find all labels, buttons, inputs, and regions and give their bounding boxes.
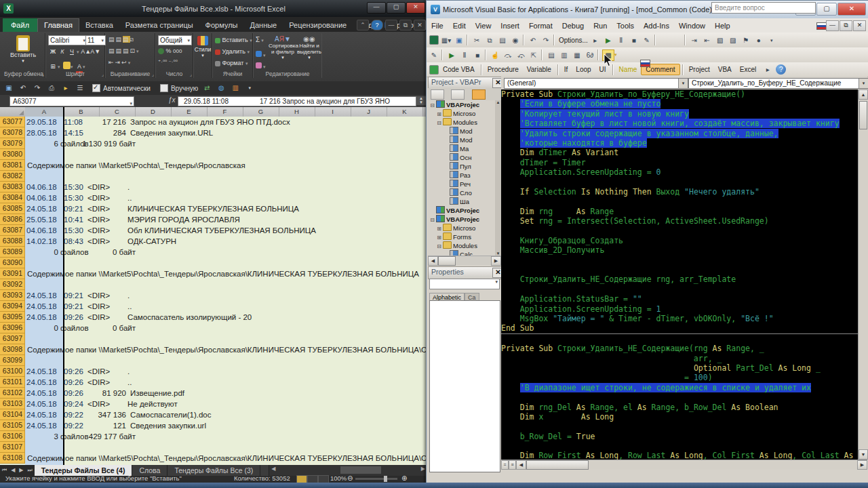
tree-item-VBAProjec[interactable]: VBAProjec (428, 206, 501, 215)
menu-file[interactable]: File (427, 20, 448, 31)
tree-item-VBAProjec[interactable]: ⊟VBAProjec (428, 100, 501, 109)
cell[interactable]: 63098 (0, 344, 25, 355)
cell[interactable]: 24.05.18 (26, 399, 57, 409)
options-button[interactable]: Options... (559, 37, 588, 44)
close-button[interactable]: ✕ (837, 3, 866, 16)
child-minimize-icon[interactable]: — (826, 20, 839, 31)
tree-item-Ша[interactable]: Ша (428, 197, 501, 206)
ribbon-tab-Формулы[interactable]: Формулы (199, 19, 244, 32)
run-to-cursor-icon[interactable]: ⇱ (528, 50, 539, 60)
help-icon[interactable]: ? (371, 20, 383, 30)
tree-item-Modules[interactable]: ⊟Modules (428, 118, 501, 127)
cell[interactable]: 63099 (0, 355, 25, 366)
codevba-vba[interactable]: VBA (714, 64, 736, 75)
maximize-button[interactable]: ▢ (387, 2, 406, 14)
vscroll-thumb[interactable] (859, 101, 867, 129)
cell[interactable]: Самоспасатель изолирующий - 20 (127, 312, 252, 323)
font-name-select[interactable]: Calibri▾ (48, 35, 87, 45)
cell[interactable]: <DIR> (87, 290, 110, 301)
merge-icon[interactable]: ⊡ (130, 47, 137, 54)
split-handle[interactable]: = (501, 460, 509, 470)
align-center-icon[interactable]: ▤ (116, 47, 123, 54)
tree-item-Пул[interactable]: Пул (428, 162, 501, 171)
styles-button[interactable]: Стили▾ (194, 35, 212, 58)
cell[interactable]: 63078 (0, 127, 25, 138)
find-select-button[interactable]: ◉◉ Найти и выделить▾ (297, 35, 321, 60)
bold-button[interactable]: Ж (48, 47, 58, 56)
menu-debug[interactable]: Debug (557, 20, 589, 31)
cell[interactable]: 24.05.18 (26, 377, 57, 388)
globe-icon[interactable]: ◍ (216, 83, 226, 93)
column-header-H[interactable]: H (279, 107, 315, 117)
reset-icon[interactable]: ■ (629, 35, 639, 45)
find-icon[interactable]: ◉ (510, 35, 521, 45)
cell[interactable]: 63084 (0, 192, 25, 203)
fx-icon[interactable]: ƒx (168, 96, 176, 104)
cell[interactable]: 25.05.18 (26, 214, 57, 225)
tree-item-Реч[interactable]: Реч (428, 180, 501, 188)
watch-window-icon[interactable]: ▦ (572, 50, 583, 60)
immediate-window-icon[interactable]: ▥ (559, 50, 570, 60)
dialog-launcher-icon[interactable]: ⌟ (102, 72, 104, 77)
view-code-button[interactable] (431, 89, 444, 100)
cell[interactable]: 429 177 байт (64, 431, 136, 442)
codevba-project[interactable]: Project (685, 64, 714, 75)
toolbar-more-icon[interactable]: ▾ (766, 35, 777, 45)
object-dropdown[interactable]: (General)▾ (504, 78, 688, 89)
codevba-excel[interactable]: Excel (736, 64, 760, 75)
cell[interactable]: . (127, 366, 130, 377)
dialog-launcher-icon[interactable]: ⌟ (152, 72, 154, 77)
cell[interactable]: <DIR> (87, 312, 110, 323)
cell[interactable]: Сведения закупки.url (130, 420, 206, 431)
cell[interactable]: . (127, 182, 130, 192)
cell[interactable]: 63104 (0, 409, 25, 420)
cell[interactable]: 28.05.18 (26, 127, 57, 138)
bookmark-icon[interactable]: ⚑ (741, 35, 751, 45)
cell[interactable]: 24.05.18 (26, 290, 57, 301)
cell[interactable]: Запрос на аукцион для ГБУЗ ЯНО ПТД.docx (130, 117, 290, 127)
cell[interactable]: 24.05.18 (26, 301, 57, 312)
decrease-decimal-icon[interactable]: ⁻·⁰⁰ (169, 59, 178, 65)
zoom-in-button[interactable]: ⊕ (401, 474, 407, 482)
scroll-right-icon[interactable]: ▶ (857, 460, 867, 470)
list-icon[interactable]: ☰ (75, 83, 85, 93)
cell[interactable]: 63087 (0, 225, 25, 236)
close-button[interactable]: ✕ (406, 2, 425, 14)
cell[interactable]: 24.05.18 (26, 420, 57, 431)
scroll-up-icon[interactable]: ▲ (859, 89, 868, 100)
zoom-slider[interactable] (355, 478, 397, 480)
cell[interactable]: 63082 (0, 171, 25, 182)
dialog-launcher-icon[interactable]: ⌟ (190, 72, 192, 77)
shrink-font-button[interactable]: А▼ (90, 47, 100, 56)
zoom-out-button[interactable]: ⊖ (347, 474, 353, 482)
cell[interactable]: 24.05.18 (26, 366, 57, 377)
cell[interactable]: <DIR> (87, 301, 110, 312)
workbook-restore-icon[interactable]: ⧉ (399, 20, 412, 30)
cell[interactable]: 15:30 (64, 225, 83, 236)
comment-block-icon[interactable]: ▧ (715, 35, 726, 45)
fill-button[interactable]: ▾ (256, 47, 265, 60)
menu-insert[interactable]: Insert (496, 20, 524, 31)
scroll-right-icon[interactable]: ▶ (421, 466, 425, 472)
cell[interactable]: 0 байт (64, 323, 136, 333)
step-out-icon[interactable]: ⤽ (515, 50, 526, 60)
autosum-button[interactable]: Σ ▾ (256, 36, 264, 43)
scroll-left-icon[interactable]: ◀ (516, 460, 526, 470)
redo-icon[interactable]: ↷ (32, 83, 43, 93)
cell[interactable]: 63095 (0, 312, 25, 323)
column-header-J[interactable]: J (351, 107, 387, 117)
cell[interactable]: МЭРИЯ ГОРОДА ЯРОСЛАВЛЯ (127, 214, 240, 225)
increase-decimal-icon[interactable]: ⁺·⁰⁰ (158, 59, 167, 65)
cell[interactable]: 09:26 (64, 366, 83, 377)
code-hscrollbar[interactable]: =≡◀▶ (501, 460, 867, 470)
grow-font-button[interactable]: А▲ (81, 47, 90, 56)
column-header-F[interactable]: F (207, 107, 243, 117)
save-icon[interactable]: ▣ (3, 83, 14, 93)
column-header-B[interactable]: B (63, 107, 100, 117)
cell[interactable]: 6 (27, 138, 58, 149)
menu-tools[interactable]: Tools (612, 20, 639, 31)
codevba-if[interactable]: If (560, 64, 572, 75)
cell[interactable]: 63106 (0, 431, 25, 442)
align-bottom-icon[interactable]: ▤ (123, 36, 130, 43)
cell[interactable]: 0 байт (64, 247, 136, 258)
